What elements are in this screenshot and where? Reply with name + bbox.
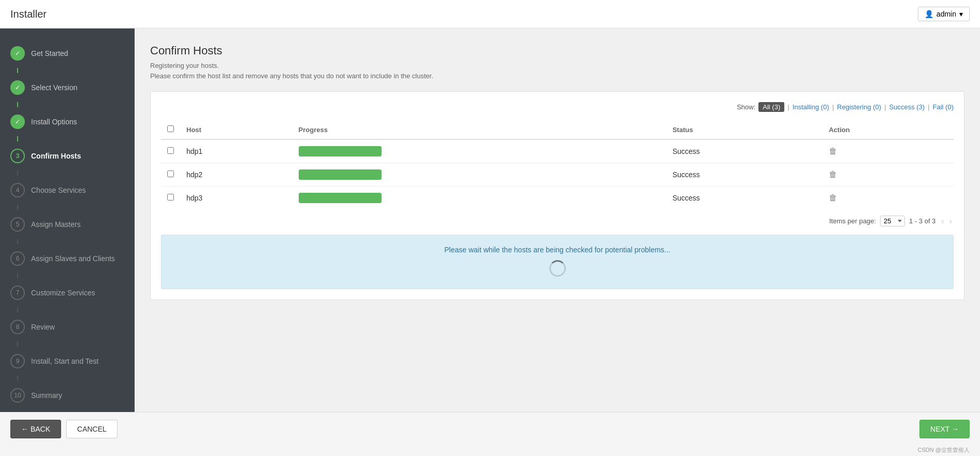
filter-bar: Show: All (3) | Installing (0) | Registe… [161, 102, 954, 112]
status-cell: Success [666, 187, 823, 210]
page-nav: ‹ › [940, 217, 954, 226]
step-circle-7: 6 [10, 251, 25, 266]
host-cell: hdp3 [180, 187, 292, 210]
table-row: hdp1 Success 🗑 [161, 139, 954, 163]
progress-bar-fill [299, 169, 382, 180]
step-circle-4: 3 [10, 149, 25, 163]
filter-installing[interactable]: Installing (0) [793, 103, 829, 111]
filter-success[interactable]: Success (3) [889, 103, 925, 111]
step-circle-10: 9 [10, 354, 25, 368]
step-label-2: Select Version [31, 83, 78, 92]
row-checkbox-cell [161, 187, 180, 210]
progress-bar-wrapper [299, 146, 382, 156]
content-area: Confirm Hosts Registering your hosts. Pl… [135, 28, 980, 412]
delete-icon[interactable]: 🗑 [829, 147, 837, 155]
action-cell: 🗑 [823, 187, 954, 210]
wait-text: Please wait while the hosts are being ch… [174, 246, 941, 254]
host-cell: hdp2 [180, 163, 292, 187]
host-table: Host Progress Status Action hdp1 Success [161, 120, 954, 209]
step-label-1: Get Started [31, 49, 68, 58]
delete-icon[interactable]: 🗑 [829, 170, 837, 179]
step-connector-10 [17, 376, 18, 381]
sidebar-step-7[interactable]: 6Assign Slaves and Clients [0, 244, 135, 273]
user-label: admin [937, 10, 956, 18]
hosts-card: Show: All (3) | Installing (0) | Registe… [150, 91, 964, 300]
status-column-header: Status [666, 120, 823, 139]
table-row: hdp3 Success 🗑 [161, 187, 954, 210]
sidebar-step-9[interactable]: 8Review [0, 312, 135, 341]
step-label-4: Confirm Hosts [31, 152, 81, 160]
delete-icon[interactable]: 🗑 [829, 193, 837, 202]
step-circle-2: ✓ [10, 80, 25, 95]
sidebar-step-11[interactable]: 10Summary [0, 381, 135, 410]
cancel-button[interactable]: CANCEL [66, 420, 118, 438]
table-row: hdp2 Success 🗑 [161, 163, 954, 187]
footer: ← BACK CANCEL NEXT → [0, 412, 980, 445]
sidebar-step-8[interactable]: 7Customize Services [0, 278, 135, 307]
step-connector-3 [17, 136, 18, 141]
progress-cell [292, 187, 666, 210]
step-circle-3: ✓ [10, 115, 25, 129]
step-circle-11: 10 [10, 388, 25, 403]
host-column-header: Host [180, 120, 292, 139]
sidebar-step-2[interactable]: ✓Select Version [0, 73, 135, 102]
sidebar-step-10[interactable]: 9Install, Start and Test [0, 347, 135, 376]
progress-bar-fill [299, 146, 382, 156]
row-checkbox[interactable] [167, 147, 174, 154]
watermark: CSDN @尘世壹俗人 [0, 445, 980, 456]
app-title: Installer [10, 8, 47, 20]
main-layout: ✓Get Started✓Select Version✓Install Opti… [0, 28, 980, 412]
step-connector-6 [17, 239, 18, 244]
filter-registering[interactable]: Registering (0) [837, 103, 881, 111]
sidebar-step-6[interactable]: 5Assign Masters [0, 210, 135, 239]
row-checkbox-cell [161, 139, 180, 163]
page-title: Confirm Hosts [150, 44, 964, 58]
progress-cell [292, 139, 666, 163]
sidebar-step-4[interactable]: 3Confirm Hosts [0, 141, 135, 170]
user-icon: 👤 [925, 10, 933, 18]
step-connector-8 [17, 307, 18, 312]
user-menu-button[interactable]: 👤 admin ▾ [918, 7, 970, 21]
row-checkbox[interactable] [167, 194, 174, 201]
step-connector-2 [17, 102, 18, 107]
page-range: 1 - 3 of 3 [909, 217, 935, 225]
action-cell: 🗑 [823, 163, 954, 187]
step-connector-1 [17, 68, 18, 73]
show-label: Show: [737, 103, 755, 111]
select-all-header [161, 120, 180, 139]
step-label-5: Choose Services [31, 186, 86, 194]
step-label-8: Customize Services [31, 289, 95, 297]
per-page-select[interactable]: 25 50 100 [880, 216, 905, 226]
prev-page-button[interactable]: ‹ [940, 217, 945, 226]
sidebar-step-3[interactable]: ✓Install Options [0, 107, 135, 136]
step-circle-8: 7 [10, 286, 25, 300]
back-button[interactable]: ← BACK [10, 420, 61, 438]
progress-column-header: Progress [292, 120, 666, 139]
step-label-7: Assign Slaves and Clients [31, 254, 115, 263]
row-checkbox[interactable] [167, 170, 174, 177]
step-circle-5: 4 [10, 183, 25, 197]
wait-box: Please wait while the hosts are being ch… [161, 235, 954, 289]
step-connector-9 [17, 341, 18, 347]
next-button[interactable]: NEXT → [919, 420, 970, 438]
sidebar-step-5[interactable]: 4Choose Services [0, 176, 135, 205]
status-cell: Success [666, 139, 823, 163]
footer-left: ← BACK CANCEL [10, 420, 118, 438]
step-connector-5 [17, 205, 18, 210]
progress-bar-wrapper [299, 193, 382, 203]
sidebar: ✓Get Started✓Select Version✓Install Opti… [0, 28, 135, 412]
page-subtitle: Registering your hosts. Please confirm t… [150, 61, 964, 81]
filter-fail[interactable]: Fail (0) [933, 103, 954, 111]
step-label-9: Review [31, 323, 55, 331]
step-label-10: Install, Start and Test [31, 357, 98, 365]
step-connector-4 [17, 170, 18, 176]
step-label-11: Summary [31, 391, 62, 400]
row-checkbox-cell [161, 163, 180, 187]
sidebar-step-1[interactable]: ✓Get Started [0, 39, 135, 68]
step-circle-9: 8 [10, 320, 25, 334]
dropdown-icon: ▾ [959, 10, 963, 18]
items-per-page-label: Items per page: [829, 217, 876, 225]
select-all-checkbox[interactable] [167, 125, 174, 132]
filter-all[interactable]: All (3) [758, 102, 784, 112]
next-page-button[interactable]: › [948, 217, 954, 226]
